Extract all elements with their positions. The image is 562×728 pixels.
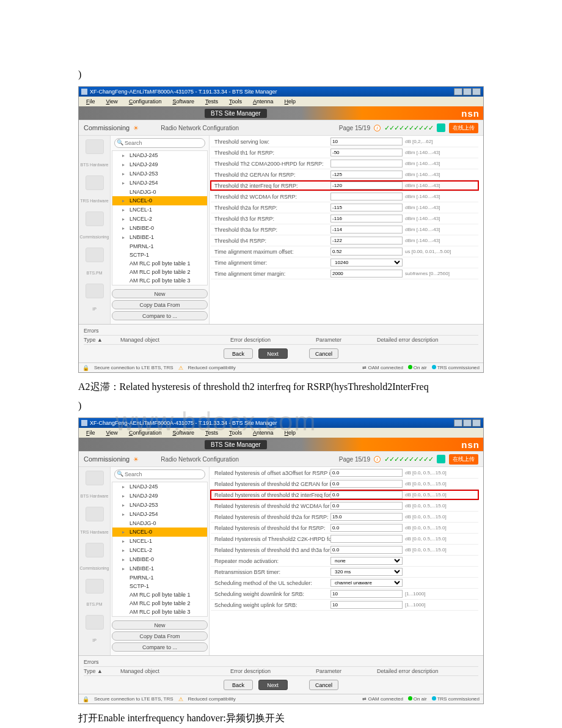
tree-item[interactable]: LNBIBE-1 bbox=[112, 564, 207, 573]
tree-item[interactable]: AM RLC poll byte table 3 bbox=[112, 608, 207, 616]
param-input[interactable] bbox=[330, 182, 403, 189]
menu-file[interactable]: File bbox=[81, 98, 100, 105]
menu-tests[interactable]: Tests bbox=[200, 430, 223, 436]
param-input[interactable] bbox=[330, 160, 403, 167]
menu-antenna[interactable]: Antenna bbox=[248, 98, 279, 105]
col-error-desc[interactable]: Error description bbox=[230, 668, 316, 674]
nav-bts-hardware-icon[interactable] bbox=[86, 139, 104, 154]
param-input[interactable] bbox=[330, 215, 403, 222]
param-input[interactable] bbox=[330, 524, 403, 532]
nav-trs-hardware-icon[interactable] bbox=[86, 175, 104, 190]
param-input[interactable] bbox=[330, 193, 403, 200]
new-button[interactable]: New bbox=[112, 289, 208, 298]
refresh-button[interactable] bbox=[437, 123, 445, 132]
menu-tools[interactable]: Tools bbox=[224, 430, 247, 436]
tree-item[interactable]: AM RLC poll byte table 2 bbox=[112, 599, 207, 608]
tree-item[interactable]: LNADJ-253 bbox=[112, 169, 207, 178]
info-icon[interactable]: i bbox=[374, 125, 381, 131]
maximize-button[interactable] bbox=[463, 88, 472, 95]
param-input[interactable]: 10240 bbox=[330, 259, 403, 267]
tree-item[interactable]: LNBIBE-0 bbox=[112, 224, 207, 233]
tree-item[interactable]: LNADJ-249 bbox=[112, 491, 207, 501]
nav-ip-icon[interactable] bbox=[86, 284, 104, 298]
tree-item[interactable]: AM RLC poll byte table 1 bbox=[112, 590, 207, 599]
tree-item[interactable]: AM RLC poll byte table 1 bbox=[112, 259, 207, 268]
tree-item[interactable]: LNCEL-2 bbox=[112, 546, 207, 555]
tree-item[interactable]: PMRNL-1 bbox=[112, 242, 207, 251]
param-input[interactable] bbox=[330, 226, 403, 233]
tree-item[interactable]: AM RLC poll byte table 3 bbox=[112, 276, 207, 285]
copy-data-button[interactable]: Copy Data From bbox=[112, 300, 208, 309]
tree-item[interactable]: PMRNL-1 bbox=[112, 573, 207, 582]
param-input[interactable] bbox=[330, 149, 403, 156]
param-input[interactable] bbox=[330, 590, 403, 598]
minimize-button[interactable] bbox=[454, 88, 462, 95]
close-button[interactable] bbox=[472, 419, 481, 427]
menu-software[interactable]: Software bbox=[167, 430, 199, 436]
search-input[interactable] bbox=[114, 469, 205, 479]
refresh-button[interactable] bbox=[437, 455, 445, 463]
new-button[interactable]: New bbox=[112, 620, 208, 630]
object-tree[interactable]: LNADJ-245LNADJ-249LNADJ-253LNADJ-254LNAD… bbox=[112, 150, 208, 285]
menu-view[interactable]: View bbox=[101, 98, 123, 105]
next-button[interactable]: Next bbox=[258, 680, 288, 690]
param-input[interactable] bbox=[330, 237, 403, 245]
col-detailed[interactable]: Detailed error description bbox=[377, 337, 439, 343]
tree-item[interactable]: LNADJG-0 bbox=[112, 519, 207, 528]
col-type[interactable]: Type ▲ bbox=[84, 668, 120, 674]
copy-data-button[interactable]: Copy Data From bbox=[112, 631, 208, 641]
info-icon[interactable]: i bbox=[374, 456, 381, 463]
tree-item[interactable]: LNCEL-2 bbox=[112, 215, 207, 224]
cancel-button[interactable]: Cancel bbox=[309, 348, 338, 359]
param-input[interactable] bbox=[330, 491, 403, 499]
col-parameter[interactable]: Parameter bbox=[316, 337, 377, 343]
nav-ip-icon[interactable] bbox=[86, 615, 104, 630]
menu-configuration[interactable]: Configuration bbox=[124, 430, 167, 436]
param-input[interactable] bbox=[330, 546, 403, 554]
menu-file[interactable]: File bbox=[81, 430, 100, 436]
nav-trs-hardware-icon[interactable] bbox=[86, 507, 104, 521]
tree-item[interactable]: LNADJ-253 bbox=[112, 501, 207, 510]
tree-item[interactable]: LNBIBE-1 bbox=[112, 233, 207, 242]
param-input[interactable] bbox=[330, 513, 403, 521]
param-input[interactable] bbox=[330, 270, 403, 278]
tree-item[interactable]: LNBIBE-0 bbox=[112, 555, 207, 564]
compare-button[interactable]: Compare to ... bbox=[112, 642, 208, 652]
tree-item[interactable]: SCTP-1 bbox=[112, 251, 207, 259]
back-button[interactable]: Back bbox=[224, 680, 253, 690]
col-parameter[interactable]: Parameter bbox=[316, 668, 377, 674]
nav-btspm-icon[interactable] bbox=[86, 248, 104, 262]
tree-item[interactable]: LNCEL-1 bbox=[112, 205, 207, 215]
menu-configuration[interactable]: Configuration bbox=[124, 98, 167, 105]
col-type[interactable]: Type ▲ bbox=[84, 337, 120, 343]
param-input[interactable]: 320 ms bbox=[330, 568, 403, 576]
param-input[interactable] bbox=[330, 138, 403, 145]
minimize-button[interactable] bbox=[454, 419, 462, 427]
param-input[interactable] bbox=[330, 601, 403, 609]
col-managed-object[interactable]: Managed object bbox=[120, 337, 230, 343]
compare-button[interactable]: Compare to ... bbox=[112, 311, 208, 320]
back-button[interactable]: Back bbox=[224, 348, 253, 359]
tree-item[interactable]: LNADJG-0 bbox=[112, 188, 207, 196]
col-error-desc[interactable]: Error description bbox=[230, 337, 316, 343]
menu-tools[interactable]: Tools bbox=[224, 98, 247, 105]
upload-button[interactable]: 在线上传 bbox=[449, 123, 478, 133]
nav-btspm-icon[interactable] bbox=[86, 579, 104, 594]
tree-item[interactable]: LNCEL-0 bbox=[112, 528, 207, 537]
nav-bts-hardware-icon[interactable] bbox=[86, 471, 104, 485]
nav-commissioning-icon[interactable] bbox=[86, 543, 104, 557]
object-tree[interactable]: LNADJ-245LNADJ-249LNADJ-253LNADJ-254LNAD… bbox=[112, 482, 208, 617]
param-input[interactable]: none bbox=[330, 557, 403, 565]
menu-view[interactable]: View bbox=[101, 430, 123, 436]
menu-help[interactable]: Help bbox=[280, 98, 301, 105]
menu-tests[interactable]: Tests bbox=[200, 98, 223, 105]
menu-help[interactable]: Help bbox=[280, 430, 301, 436]
tree-item[interactable]: LNADJ-245 bbox=[112, 482, 207, 491]
param-input[interactable] bbox=[330, 248, 403, 256]
menu-software[interactable]: Software bbox=[167, 98, 199, 105]
param-input[interactable] bbox=[330, 535, 403, 543]
close-button[interactable] bbox=[472, 88, 481, 95]
tree-item[interactable]: LNADJ-254 bbox=[112, 178, 207, 188]
param-input[interactable] bbox=[330, 204, 403, 211]
upload-button[interactable]: 在线上传 bbox=[449, 454, 478, 465]
